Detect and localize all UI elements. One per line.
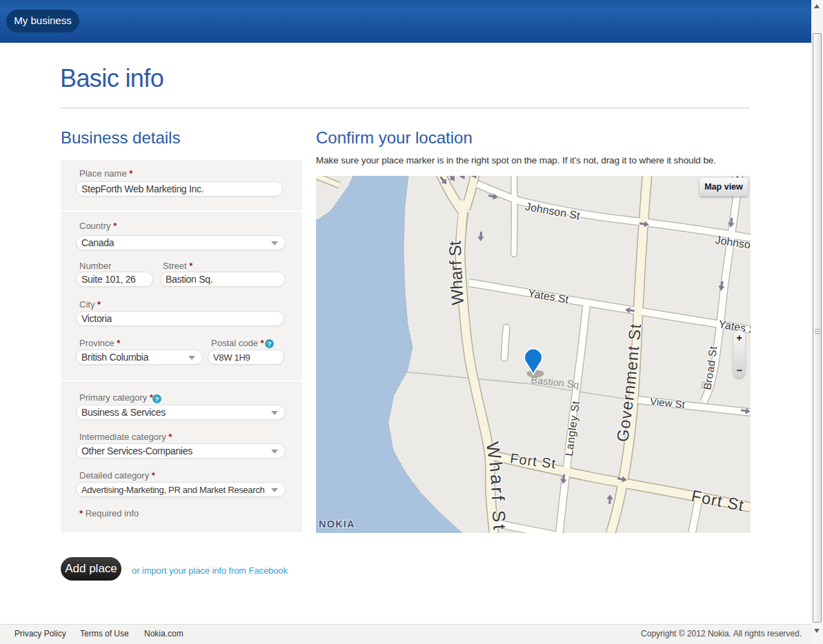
svg-text:Wharf St: Wharf St [446,240,467,305]
svg-text:NOKIA: NOKIA [319,519,355,530]
